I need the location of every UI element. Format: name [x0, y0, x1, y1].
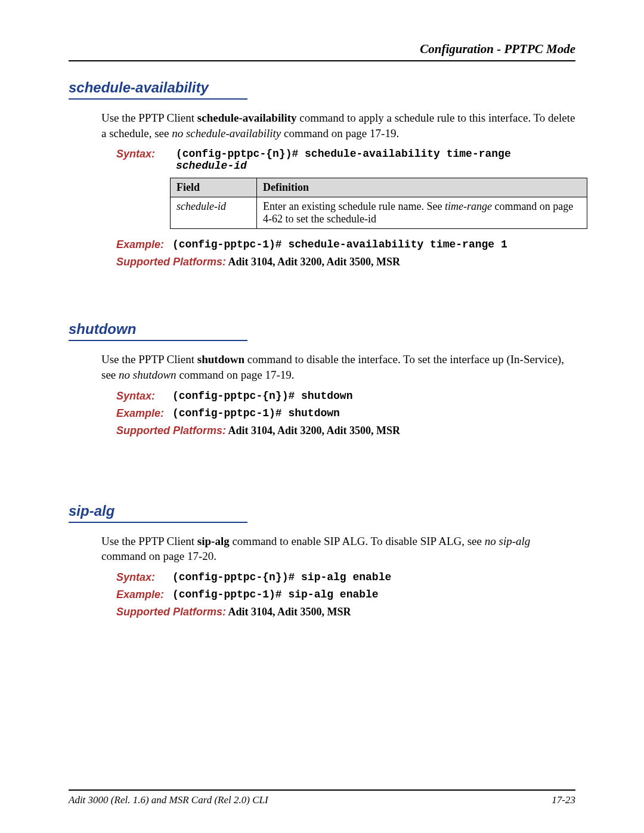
- command-ref: no shutdown: [119, 368, 177, 381]
- section-title-schedule-availability: schedule-availability: [69, 79, 575, 96]
- text: Use the PPTP Client: [101, 353, 197, 366]
- example-block: Example: (config-pptpc-1)# sip-alg enabl…: [116, 589, 575, 601]
- supported-platforms: Supported Platforms: Adit 3104, Adit 320…: [116, 256, 575, 268]
- table-row: schedule-id Enter an existing schedule r…: [171, 197, 587, 229]
- syntax-label: Syntax:: [116, 148, 155, 160]
- example-label: Example:: [116, 589, 170, 601]
- footer-left: Adit 3000 (Rel. 1.6) and MSR Card (Rel 2…: [69, 794, 268, 806]
- intro-paragraph: Use the PPTP Client shutdown command to …: [101, 352, 575, 382]
- horizontal-rule: [69, 60, 575, 61]
- syntax-command: (config-pptpc-{n})# sip-alg enable: [172, 571, 391, 583]
- command-ref: time-range: [445, 200, 492, 212]
- intro-paragraph: Use the PPTP Client sip-alg command to e…: [101, 534, 575, 564]
- table-header-definition: Definition: [257, 178, 587, 197]
- example-label: Example:: [116, 407, 170, 420]
- text: command on page 17-20.: [101, 550, 216, 562]
- intro-paragraph: Use the PPTP Client schedule-availabilit…: [101, 110, 575, 141]
- command-ref: no schedule-availability: [172, 127, 281, 140]
- platforms-value: Adit 3104, Adit 3200, Adit 3500, MSR: [226, 425, 400, 436]
- syntax-command: (config-pptpc-{n})# schedule-availabilit…: [176, 148, 511, 160]
- section-title-shutdown: shutdown: [69, 321, 575, 337]
- example-command: (config-pptpc-1)# schedule-availability …: [172, 239, 507, 250]
- text: command on page 17-19.: [177, 368, 295, 381]
- example-block: Example: (config-pptpc-1)# schedule-avai…: [116, 239, 575, 251]
- syntax-label: Syntax:: [116, 390, 170, 402]
- platforms-label: Supported Platforms:: [116, 425, 226, 436]
- footer-page-number: 17-23: [552, 794, 575, 806]
- field-definition-table: Field Definition schedule-id Enter an ex…: [170, 178, 587, 229]
- section-underline: [69, 340, 247, 341]
- text: Use the PPTP Client: [101, 535, 197, 547]
- platforms-value: Adit 3104, Adit 3500, MSR: [226, 606, 351, 618]
- header-context: Configuration - PPTPC Mode: [69, 42, 575, 57]
- text: Enter an existing schedule rule name. Se…: [263, 200, 445, 212]
- command-name: schedule-availability: [197, 112, 297, 124]
- page-footer: Adit 3000 (Rel. 1.6) and MSR Card (Rel 2…: [69, 789, 575, 806]
- section-underline: [69, 522, 247, 523]
- example-command: (config-pptpc-1)# sip-alg enable: [172, 589, 379, 600]
- example-block: Example: (config-pptpc-1)# shutdown: [116, 407, 575, 420]
- command-name: sip-alg: [197, 535, 230, 547]
- command-ref: no sip-alg: [485, 535, 531, 547]
- syntax-label: Syntax:: [116, 571, 170, 584]
- supported-platforms: Supported Platforms: Adit 3104, Adit 320…: [116, 425, 575, 437]
- platforms-label: Supported Platforms:: [116, 256, 226, 268]
- syntax-command: (config-pptpc-{n})# shutdown: [172, 390, 352, 402]
- section-title-sip-alg: sip-alg: [69, 503, 575, 519]
- table-header-row: Field Definition: [171, 178, 587, 197]
- syntax-arg: schedule-id: [176, 160, 247, 172]
- horizontal-rule: [69, 789, 575, 791]
- table-cell-field: schedule-id: [171, 197, 257, 229]
- platforms-label: Supported Platforms:: [116, 606, 226, 618]
- supported-platforms: Supported Platforms: Adit 3104, Adit 350…: [116, 606, 575, 618]
- table-header-field: Field: [171, 178, 257, 197]
- syntax-block: Syntax: (config-pptpc-{n})# sip-alg enab…: [116, 571, 575, 584]
- table-cell-definition: Enter an existing schedule rule name. Se…: [257, 197, 587, 229]
- text: command on page 17-19.: [281, 127, 399, 140]
- text: command to enable SIP ALG. To disable SI…: [230, 535, 485, 547]
- command-name: shutdown: [197, 353, 244, 366]
- syntax-block: Syntax: (config-pptpc-{n})# schedule-ava…: [116, 148, 575, 172]
- platforms-value: Adit 3104, Adit 3200, Adit 3500, MSR: [226, 256, 400, 268]
- syntax-block: Syntax: (config-pptpc-{n})# shutdown: [116, 390, 575, 402]
- example-command: (config-pptpc-1)# shutdown: [172, 407, 340, 419]
- section-underline: [69, 98, 247, 100]
- example-label: Example:: [116, 239, 170, 251]
- text: Use the PPTP Client: [101, 112, 197, 124]
